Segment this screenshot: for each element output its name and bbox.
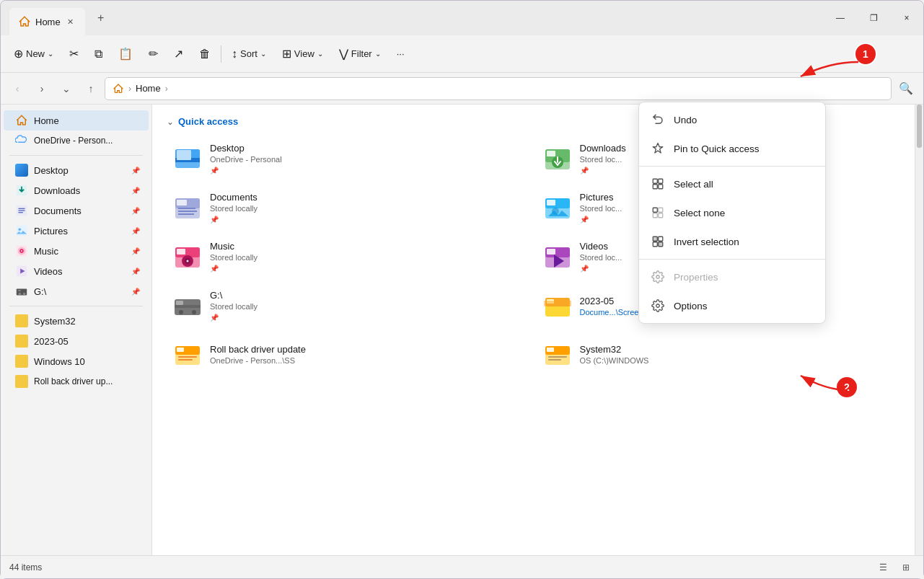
sidebar-item-windows10[interactable]: Windows 10: [4, 351, 149, 371]
sidebar-separator-2: [9, 306, 143, 306]
downloads-sidebar-icon: [15, 184, 28, 197]
pictures-file-info: Pictures Stored loc... 📌: [580, 192, 622, 224]
scrollbar[interactable]: [915, 105, 923, 555]
svg-rect-66: [659, 179, 663, 183]
back-button[interactable]: ‹: [6, 78, 28, 100]
file-item-rollback[interactable]: Roll back driver update OneDrive - Perso…: [167, 333, 531, 375]
sidebar-item-rollback[interactable]: Roll back driver up...: [4, 371, 149, 392]
tab-close-button[interactable]: ✕: [65, 16, 76, 27]
documents-file-meta: Stored locally: [210, 204, 258, 213]
file-item-system32[interactable]: System32 OS (C:\)WINDOWS: [537, 333, 901, 375]
tab-home[interactable]: Home ✕: [9, 8, 85, 35]
desktop-file-icon: [172, 143, 203, 174]
more-options-button[interactable]: ···: [390, 44, 412, 63]
downloads-file-pin: 📌: [580, 167, 626, 174]
documents-file-info: Documents Stored locally 📌: [210, 192, 258, 224]
new-label: New: [26, 48, 45, 59]
undo-label: Undo: [674, 115, 697, 125]
file-item-gdrive[interactable]: G:\ Stored locally 📌: [167, 284, 531, 327]
menu-item-invert-selection[interactable]: Invert selection: [639, 227, 825, 256]
properties-label: Properties: [674, 272, 718, 283]
quick-access-toggle[interactable]: ⌄: [167, 117, 174, 127]
share-button[interactable]: ↗: [167, 43, 190, 65]
sidebar-item-desktop[interactable]: Desktop 📌: [4, 160, 149, 180]
copy-button[interactable]: ⧉: [87, 43, 110, 65]
view-button[interactable]: ⊞ View ⌄: [275, 43, 330, 65]
filter-label: Filter: [351, 48, 372, 59]
file-item-desktop[interactable]: Desktop OneDrive - Personal 📌: [167, 137, 531, 180]
share-icon: ↗: [174, 47, 183, 61]
sidebar-gdrive-label: G:\: [34, 286, 126, 297]
svg-rect-64: [548, 359, 561, 361]
sidebar-onedrive-label: OneDrive - Person...: [34, 136, 140, 146]
videos-file-icon: [542, 242, 573, 272]
paste-button[interactable]: 📋: [111, 43, 140, 65]
menu-item-pin-quick-access[interactable]: Pin to Quick access: [639, 134, 825, 163]
sidebar-item-downloads[interactable]: Downloads 📌: [4, 180, 149, 200]
music-file-name: Music: [210, 241, 258, 252]
grid-view-button[interactable]: ⊞: [897, 559, 915, 576]
sort-button[interactable]: ↕ Sort ⌄: [224, 43, 273, 65]
delete-icon: 🗑: [199, 48, 211, 61]
sidebar-item-system32[interactable]: System32: [4, 311, 149, 331]
home-icon: [18, 15, 31, 28]
sidebar-item-videos[interactable]: Videos 📌: [4, 261, 149, 281]
minimize-button[interactable]: —: [824, 1, 857, 35]
menu-item-select-none[interactable]: Select none: [639, 198, 825, 227]
file-item-documents[interactable]: Documents Stored locally 📌: [167, 186, 531, 229]
list-view-button[interactable]: ☰: [874, 559, 892, 576]
toolbar-separator-1: [221, 45, 221, 63]
tab-title: Home: [35, 17, 61, 27]
quick-access-title: Quick access: [178, 116, 238, 127]
sidebar-item-onedrive[interactable]: OneDrive - Person...: [4, 131, 149, 151]
downloads-file-info: Downloads Stored loc... 📌: [580, 143, 626, 174]
status-bar: 44 items ☰ ⊞: [1, 555, 923, 578]
filter-button[interactable]: ⋁ Filter ⌄: [332, 43, 388, 65]
sidebar-item-pictures[interactable]: Pictures 📌: [4, 221, 149, 241]
sidebar-documents-label: Documents: [34, 205, 126, 216]
sidebar-item-music[interactable]: Music 📌: [4, 241, 149, 261]
menu-item-select-all[interactable]: Select all: [639, 169, 825, 198]
delete-button[interactable]: 🗑: [192, 43, 218, 65]
search-button[interactable]: 🔍: [894, 77, 918, 100]
up-button[interactable]: ↑: [80, 78, 102, 100]
menu-item-undo[interactable]: Undo: [639, 105, 825, 134]
gdrive-file-pin: 📌: [210, 314, 258, 322]
sidebar-item-gdrive[interactable]: G:\ 📌: [4, 281, 149, 301]
sidebar-item-2023-05[interactable]: 2023-05: [4, 331, 149, 351]
onedrive-sidebar-icon: [15, 134, 28, 147]
items-count: 44 items: [9, 562, 42, 573]
sort-caret-icon: ⌄: [260, 50, 266, 58]
svg-rect-58: [178, 356, 197, 358]
gdrive-file-name: G:\: [210, 290, 258, 301]
sidebar-item-documents[interactable]: Documents 📌: [4, 200, 149, 221]
recent-locations-button[interactable]: ⌄: [56, 78, 77, 100]
svg-point-15: [23, 293, 26, 296]
file-item-music[interactable]: Music Stored locally 📌: [167, 235, 531, 278]
cut-button[interactable]: ✂: [62, 43, 86, 65]
svg-rect-65: [653, 179, 657, 183]
menu-item-options[interactable]: Options: [639, 291, 825, 320]
annotation-circle-2: 2: [835, 376, 858, 399]
invert-selection-label: Invert selection: [674, 237, 739, 247]
address-bar[interactable]: › Home ›: [105, 77, 892, 100]
sidebar-item-home[interactable]: Home: [4, 110, 149, 131]
svg-rect-28: [177, 200, 187, 205]
toolbar: ⊕ New ⌄ ✂ ⧉ 📋 ✏ ↗ 🗑 ↕ Sort ⌄ ⊞ View: [1, 35, 923, 73]
sidebar-downloads-label: Downloads: [34, 185, 126, 196]
select-all-label: Select all: [674, 179, 713, 190]
filter-caret-icon: ⌄: [375, 50, 381, 58]
forward-button[interactable]: ›: [31, 78, 53, 100]
dropdown-menu: Undo Pin to Quick access Select all Sele…: [638, 102, 826, 324]
svg-rect-74: [659, 237, 663, 241]
svg-rect-59: [178, 359, 193, 361]
svg-rect-72: [659, 213, 663, 218]
documents-sidebar-icon: [15, 204, 28, 217]
close-button[interactable]: ×: [890, 1, 923, 35]
sidebar-music-label: Music: [34, 246, 126, 257]
rename-button[interactable]: ✏: [141, 43, 165, 65]
options-label: Options: [674, 301, 708, 311]
maximize-button[interactable]: ❐: [857, 1, 890, 35]
new-tab-button[interactable]: +: [91, 8, 111, 28]
new-button[interactable]: ⊕ New ⌄: [6, 43, 61, 65]
